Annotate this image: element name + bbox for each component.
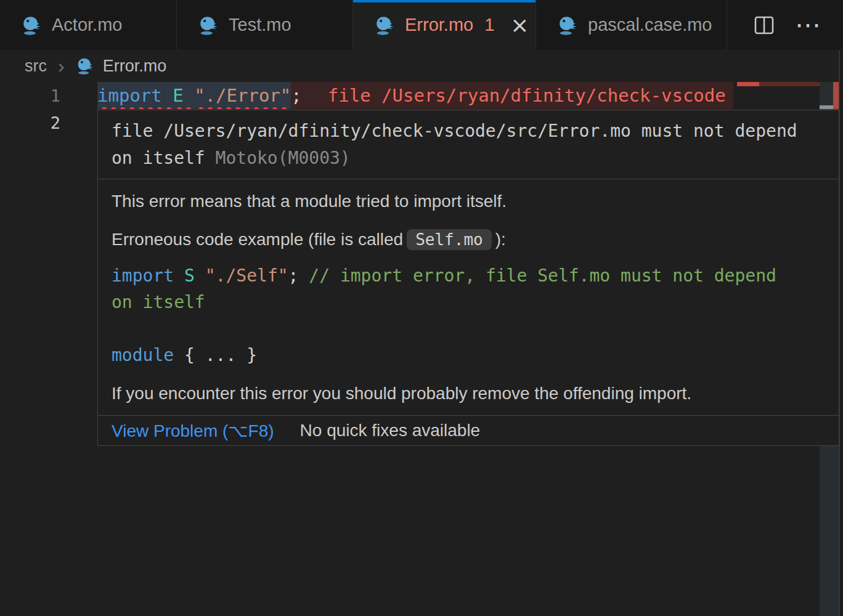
error-highlighted-code: import E "./Error" (97, 82, 291, 109)
breadcrumb-folder[interactable]: src (25, 57, 47, 76)
breadcrumb-file[interactable]: Error.mo (103, 57, 167, 76)
view-problem-link[interactable]: View Problem (⌥F8) (112, 421, 274, 441)
no-quick-fixes-text: No quick fixes available (300, 421, 481, 440)
close-tab-icon[interactable]: × (510, 14, 529, 36)
hover-code-block: import S "./Self"; // import error, file… (112, 262, 825, 368)
tab-actions: ⋯ (754, 0, 843, 50)
motoko-file-icon (76, 57, 94, 75)
inline-error-message: file /Users/ryan/dfinity/check-vscode (328, 85, 726, 106)
minimap-error-line (737, 82, 820, 86)
inline-code-chip: Self.mo (407, 229, 492, 250)
tab-actor-mo[interactable]: Actor.mo (0, 0, 177, 50)
motoko-file-icon (198, 15, 219, 36)
hover-error-message: file /Users/ryan/dfinity/check-vscode/sr… (98, 110, 839, 179)
hover-error-source: Motoko(M0003) (216, 148, 351, 168)
tab-pascal-case-mo[interactable]: pascal.case.mo (536, 0, 727, 50)
split-editor-icon[interactable] (754, 16, 774, 34)
motoko-file-icon (557, 15, 578, 36)
breadcrumb: src › Error.mo (0, 50, 839, 82)
tab-label: Actor.mo (52, 15, 122, 35)
hover-example-line: Erroneous code example (file is calledSe… (112, 226, 825, 253)
tab-error-mo-active[interactable]: Error.mo 1 × (353, 0, 536, 50)
hover-markdown-body: This error means that a module tried to … (98, 179, 839, 415)
motoko-file-icon (374, 15, 395, 36)
tab-problem-count-badge: 1 (484, 15, 494, 35)
tab-label: Error.mo (405, 15, 473, 35)
line-number: 2 (0, 113, 97, 132)
line-number: 1 (0, 86, 97, 105)
window-right-strip (840, 50, 843, 616)
tab-test-mo[interactable]: Test.mo (177, 0, 353, 50)
more-actions-icon[interactable]: ⋯ (795, 12, 821, 38)
hover-status-bar: View Problem (⌥F8) No quick fixes availa… (98, 415, 839, 445)
tab-label: pascal.case.mo (588, 15, 712, 35)
tab-label: Test.mo (229, 15, 291, 35)
chevron-right-icon: › (58, 55, 65, 78)
inline-error-zone: ;file /Users/ryan/dfinity/check-vscode (291, 82, 733, 109)
hover-message-line2: on itself (112, 148, 216, 168)
editor-line-1[interactable]: 1 import E "./Error";file /Users/ryan/df… (0, 82, 733, 109)
motoko-file-icon (21, 15, 42, 36)
editor-tab-bar: Actor.mo Test.mo Error.mo 1 × (0, 0, 843, 50)
hover-advice: If you encounter this error you should p… (112, 380, 825, 407)
hover-message-line1: file /Users/ryan/dfinity/check-vscode/sr… (112, 121, 797, 141)
error-hover-popup: file /Users/ryan/dfinity/check-vscode/sr… (97, 110, 839, 446)
hover-explanation: This error means that a module tried to … (112, 188, 825, 214)
